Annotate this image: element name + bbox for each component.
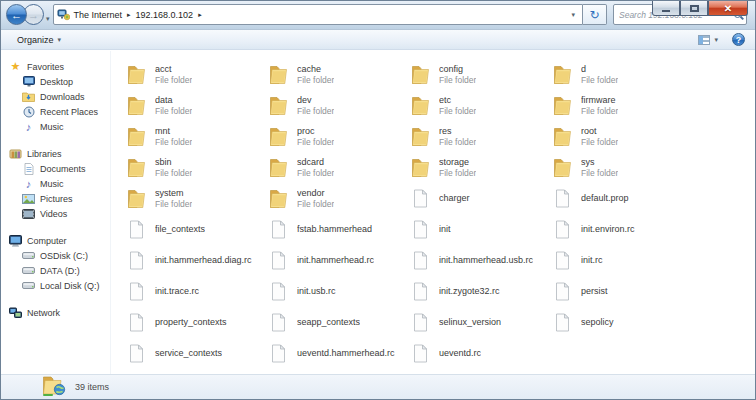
folder-tile-mnt[interactable]: mntFile folder bbox=[123, 121, 265, 152]
sidebar-item-music[interactable]: ♪Music bbox=[1, 176, 110, 191]
item-type-label: File folder bbox=[297, 106, 334, 117]
breadcrumb-item-192-168-0-102[interactable]: 192.168.0.102 bbox=[132, 10, 198, 20]
favorites-star-icon: ★ bbox=[9, 60, 22, 73]
folder-tile-d[interactable]: dFile folder bbox=[549, 59, 691, 90]
back-button[interactable]: ← bbox=[6, 4, 27, 25]
help-button[interactable]: ? bbox=[732, 33, 745, 46]
folder-tile-etc[interactable]: etcFile folder bbox=[407, 90, 549, 121]
close-button[interactable]: ✕ bbox=[708, 1, 748, 16]
file-tile-ueventd-hammerhead-rc[interactable]: ueventd.hammerhead.rc bbox=[265, 338, 407, 369]
folder-tile-sys[interactable]: sysFile folder bbox=[549, 152, 691, 183]
sidebar-item-downloads[interactable]: Downloads bbox=[1, 89, 110, 104]
window-content: ★FavoritesDesktopDownloadsRecent Places♪… bbox=[1, 51, 755, 374]
sidebar-item-local-disk-q[interactable]: Local Disk (Q:) bbox=[1, 278, 110, 293]
folder-tile-root[interactable]: rootFile folder bbox=[549, 121, 691, 152]
breadcrumb-item-the-internet[interactable]: The Internet bbox=[70, 10, 127, 20]
sidebar-item-osdisk-c[interactable]: OSDisk (C:) bbox=[1, 248, 110, 263]
file-icon bbox=[409, 189, 432, 208]
folder-tile-dev[interactable]: devFile folder bbox=[265, 90, 407, 121]
sidebar-item-favorites[interactable]: ★Favorites bbox=[1, 59, 110, 74]
sidebar-item-label: OSDisk (C:) bbox=[40, 251, 88, 261]
file-tile-fstab-hammerhead[interactable]: fstab.hammerhead bbox=[265, 214, 407, 245]
item-name: data bbox=[155, 95, 192, 106]
file-tile-init-trace-rc[interactable]: init.trace.rc bbox=[123, 276, 265, 307]
file-tile-init-hammerhead-diag-rc[interactable]: init.hammerhead.diag.rc bbox=[123, 245, 265, 276]
item-name: vendor bbox=[297, 188, 334, 199]
folder-tile-vendor[interactable]: vendorFile folder bbox=[265, 183, 407, 214]
maximize-button[interactable] bbox=[680, 1, 708, 16]
recent-pages-dropdown-icon[interactable]: ▾ bbox=[46, 15, 50, 23]
item-type-label: File folder bbox=[155, 75, 192, 86]
file-tile-persist[interactable]: persist bbox=[549, 276, 691, 307]
sidebar-item-computer[interactable]: Computer bbox=[1, 233, 110, 248]
sidebar-item-music[interactable]: ♪Music bbox=[1, 119, 110, 134]
sidebar-item-label: DATA (D:) bbox=[40, 266, 80, 276]
item-count-label: 39 items bbox=[75, 382, 109, 392]
folder-tile-firmware[interactable]: firmwareFile folder bbox=[549, 90, 691, 121]
item-name: system bbox=[155, 188, 192, 199]
sidebar-item-videos[interactable]: Videos bbox=[1, 206, 110, 221]
folder-tile-res[interactable]: resFile folder bbox=[407, 121, 549, 152]
file-list-pane[interactable]: acctFile foldercacheFile folderconfigFil… bbox=[110, 51, 755, 374]
folder-tile-sbin[interactable]: sbinFile folder bbox=[123, 152, 265, 183]
file-tile-service-contexts[interactable]: service_contexts bbox=[123, 338, 265, 369]
file-tile-file-contexts[interactable]: file_contexts bbox=[123, 214, 265, 245]
item-type-label: File folder bbox=[297, 137, 334, 148]
sidebar-item-recent-places[interactable]: Recent Places bbox=[1, 104, 110, 119]
file-icon bbox=[551, 189, 574, 208]
file-tile-property-contexts[interactable]: property_contexts bbox=[123, 307, 265, 338]
file-tile-init-hammerhead-rc[interactable]: init.hammerhead.rc bbox=[265, 245, 407, 276]
folder-icon bbox=[125, 127, 148, 147]
folder-tile-cache[interactable]: cacheFile folder bbox=[265, 59, 407, 90]
address-bar[interactable]: The Internet ▸ 192.168.0.102 ▸ ▾ bbox=[53, 4, 583, 25]
sidebar-item-data-d[interactable]: DATA (D:) bbox=[1, 263, 110, 278]
folder-tile-sdcard[interactable]: sdcardFile folder bbox=[265, 152, 407, 183]
file-tile-sepolicy[interactable]: sepolicy bbox=[549, 307, 691, 338]
downloads-folder-icon bbox=[22, 90, 35, 103]
folder-icon bbox=[551, 96, 574, 116]
item-name: init.hammerhead.diag.rc bbox=[155, 255, 252, 266]
folder-icon bbox=[409, 65, 432, 85]
file-tile-seapp-contexts[interactable]: seapp_contexts bbox=[265, 307, 407, 338]
file-tile-ueventd-rc[interactable]: ueventd.rc bbox=[407, 338, 549, 369]
file-tile-charger[interactable]: charger bbox=[407, 183, 549, 214]
folder-tile-system[interactable]: systemFile folder bbox=[123, 183, 265, 214]
sidebar-item-label: Music bbox=[40, 122, 64, 132]
computer-icon bbox=[9, 234, 22, 247]
refresh-button[interactable]: ↻ bbox=[583, 4, 607, 25]
file-icon bbox=[267, 313, 290, 332]
folder-tile-proc[interactable]: procFile folder bbox=[265, 121, 407, 152]
file-icon bbox=[125, 220, 148, 239]
sidebar-item-documents[interactable]: Documents bbox=[1, 161, 110, 176]
folder-icon bbox=[267, 96, 290, 116]
folder-tile-data[interactable]: dataFile folder bbox=[123, 90, 265, 121]
folder-tile-config[interactable]: configFile folder bbox=[407, 59, 549, 90]
file-tile-init-hammerhead-usb-rc[interactable]: init.hammerhead.usb.rc bbox=[407, 245, 549, 276]
sidebar-item-label: Music bbox=[40, 179, 64, 189]
file-tile-selinux-version[interactable]: selinux_version bbox=[407, 307, 549, 338]
sidebar-item-network[interactable]: Network bbox=[1, 305, 110, 320]
network-folder-icon bbox=[41, 375, 66, 399]
sidebar-item-pictures[interactable]: Pictures bbox=[1, 191, 110, 206]
file-tile-default-prop[interactable]: default.prop bbox=[549, 183, 691, 214]
folder-tile-storage[interactable]: storageFile folder bbox=[407, 152, 549, 183]
sidebar-item-libraries[interactable]: Libraries bbox=[1, 146, 110, 161]
folder-icon bbox=[551, 127, 574, 147]
file-tile-init[interactable]: init bbox=[407, 214, 549, 245]
file-tile-init-zygote32-rc[interactable]: init.zygote32.rc bbox=[407, 276, 549, 307]
breadcrumb-separator-icon[interactable]: ▸ bbox=[197, 11, 203, 19]
folder-icon bbox=[409, 127, 432, 147]
file-icon bbox=[125, 313, 148, 332]
item-type-label: File folder bbox=[155, 137, 192, 148]
file-tile-init-rc[interactable]: init.rc bbox=[549, 245, 691, 276]
address-dropdown-icon[interactable]: ▾ bbox=[567, 11, 579, 19]
sidebar-item-desktop[interactable]: Desktop bbox=[1, 74, 110, 89]
change-view-button[interactable]: ▾ bbox=[694, 33, 722, 47]
folder-icon bbox=[267, 127, 290, 147]
file-tile-init-environ-rc[interactable]: init.environ.rc bbox=[549, 214, 691, 245]
organize-button[interactable]: Organize ▾ bbox=[13, 33, 65, 47]
item-name: firmware bbox=[581, 95, 618, 106]
minimize-button[interactable] bbox=[652, 1, 680, 16]
file-tile-init-usb-rc[interactable]: init.usb.rc bbox=[265, 276, 407, 307]
folder-tile-acct[interactable]: acctFile folder bbox=[123, 59, 265, 90]
